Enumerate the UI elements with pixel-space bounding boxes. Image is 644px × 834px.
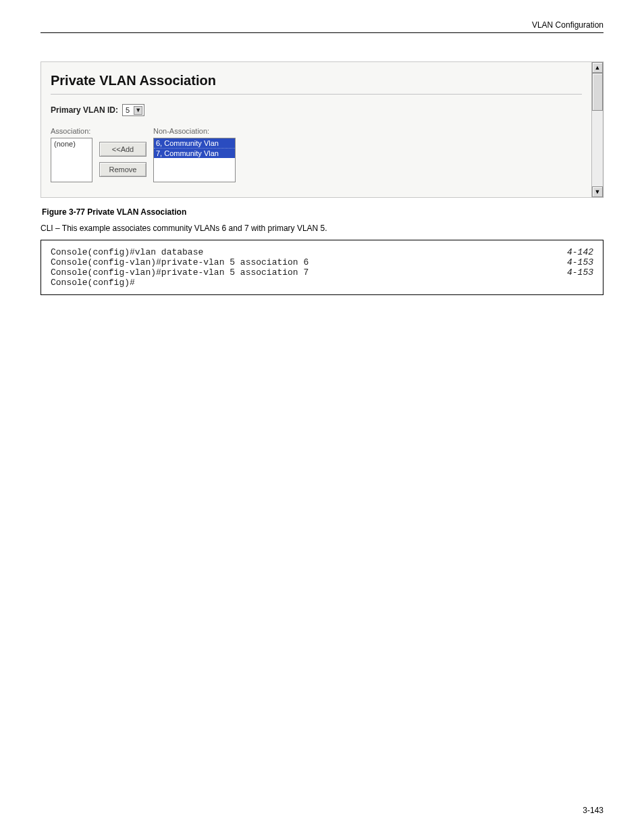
code-line: Console(config)#vlan database 4-142 bbox=[51, 247, 593, 257]
list-item: (none) bbox=[54, 140, 89, 148]
primary-vlan-label: Primary VLAN ID: bbox=[51, 105, 118, 115]
chevron-down-icon: ▼ bbox=[134, 106, 142, 115]
add-button[interactable]: <<Add bbox=[99, 142, 146, 157]
non-association-listbox[interactable]: 6, Community Vlan 7, Community Vlan bbox=[153, 138, 236, 182]
figure-caption: Figure 3-77 Private VLAN Association bbox=[42, 207, 603, 217]
primary-vlan-select[interactable]: 5 ▼ bbox=[122, 104, 144, 116]
panel-title: Private VLAN Association bbox=[51, 69, 582, 95]
screenshot-panel: Private VLAN Association Primary VLAN ID… bbox=[41, 61, 603, 198]
cli-caption: CLI – This example associates community … bbox=[41, 224, 603, 233]
code-line: Console(config-vlan)#private-vlan 5 asso… bbox=[51, 257, 593, 267]
primary-vlan-value: 5 bbox=[126, 106, 130, 114]
code-ref: 4-142 bbox=[567, 247, 593, 257]
code-cmd: Console(config)#vlan database bbox=[51, 247, 203, 257]
page-footer: 3-143 bbox=[41, 806, 603, 815]
scrollbar-thumb[interactable] bbox=[592, 73, 603, 111]
code-cmd: Console(config)# bbox=[51, 278, 135, 288]
association-listbox[interactable]: (none) bbox=[51, 138, 92, 182]
vertical-scrollbar[interactable]: ▲ ▼ bbox=[591, 62, 603, 197]
list-item[interactable]: 6, Community Vlan bbox=[154, 138, 235, 148]
association-label: Association: bbox=[51, 127, 92, 135]
code-cmd: Console(config-vlan)#private-vlan 5 asso… bbox=[51, 257, 308, 267]
code-line: Console(config)# bbox=[51, 278, 593, 288]
code-line: Console(config-vlan)#private-vlan 5 asso… bbox=[51, 267, 593, 278]
non-association-label: Non-Association: bbox=[153, 127, 236, 135]
code-ref: 4-153 bbox=[567, 257, 593, 267]
scroll-up-icon[interactable]: ▲ bbox=[592, 62, 603, 73]
footer-right: 3-143 bbox=[583, 806, 603, 815]
list-item[interactable]: 7, Community Vlan bbox=[154, 148, 235, 158]
cli-code-block: Console(config)#vlan database 4-142 Cons… bbox=[41, 240, 603, 295]
scroll-down-icon[interactable]: ▼ bbox=[592, 186, 603, 197]
non-association-column: Non-Association: 6, Community Vlan 7, Co… bbox=[153, 127, 236, 182]
remove-button[interactable]: Remove bbox=[99, 162, 146, 177]
code-ref: 4-153 bbox=[567, 267, 593, 278]
scrollbar-track[interactable] bbox=[592, 111, 603, 186]
page-header-right: VLAN Configuration bbox=[532, 20, 603, 30]
association-column: Association: (none) bbox=[51, 127, 92, 182]
code-cmd: Console(config-vlan)#private-vlan 5 asso… bbox=[51, 267, 308, 278]
page-header: VLAN Configuration bbox=[41, 20, 603, 33]
